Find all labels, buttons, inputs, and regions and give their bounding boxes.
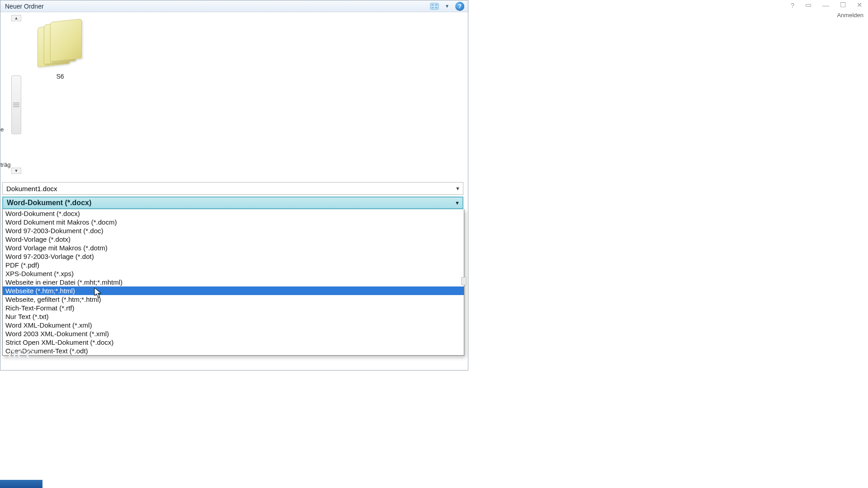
filetype-option[interactable]: XPS-Dokument (*.xps) xyxy=(3,269,464,278)
filetype-option[interactable]: Nur Text (*.txt) xyxy=(3,312,464,321)
folder-icon xyxy=(38,20,83,70)
filetype-option[interactable]: PDF (*.pdf) xyxy=(3,261,464,269)
filetype-option[interactable]: Word-Dokument (*.docx) xyxy=(3,209,464,218)
filetype-combobox[interactable]: Word-Dokument (*.docx) ▼ xyxy=(2,197,463,209)
change-view-button[interactable] xyxy=(429,2,440,11)
truncated-nav-text: e xyxy=(0,126,4,133)
scroll-up-button[interactable]: ▲ xyxy=(11,15,21,21)
filetype-selected: Word-Dokument (*.docx) xyxy=(7,199,91,207)
filename-combobox[interactable]: Dokument1.docx ▼ xyxy=(2,182,463,195)
dropdown-scrollbar[interactable] xyxy=(461,277,467,285)
taskbar-active-app[interactable] xyxy=(0,480,42,488)
chevron-down-icon: ▼ xyxy=(445,4,449,9)
folder-label: S6 xyxy=(28,73,92,80)
filetype-option[interactable]: Strict Open XML-Dokument (*.docx) xyxy=(3,338,464,347)
truncated-nav-text-2: träg xyxy=(0,161,10,168)
signin-link[interactable]: Anmelden xyxy=(837,12,863,19)
filetype-option[interactable]: Word-Vorlage (*.dotx) xyxy=(3,235,464,244)
svg-rect-4 xyxy=(435,7,438,9)
help-button[interactable]: ? xyxy=(454,2,465,11)
svg-rect-1 xyxy=(431,4,434,6)
folder-item[interactable]: S6 xyxy=(28,20,92,80)
filetype-option[interactable]: OpenDocument-Text (*.odt) xyxy=(3,347,464,355)
parent-close-icon[interactable]: ✕ xyxy=(857,1,865,9)
parent-minimize-icon[interactable]: — xyxy=(822,1,832,9)
filetype-option[interactable]: Word Vorlage mit Makros (*.dotm) xyxy=(3,244,464,252)
filetype-option[interactable]: Webseite (*.htm;*.html) xyxy=(3,286,464,295)
parent-ribbon-toggle-icon[interactable]: ▭ xyxy=(805,1,814,9)
filetype-option[interactable]: Rich-Text-Format (*.rtf) xyxy=(3,304,464,312)
filetype-option[interactable]: Word 97-2003-Vorlage (*.dot) xyxy=(3,252,464,261)
parent-maximize-icon[interactable]: ☐ xyxy=(840,1,849,9)
filetype-dropdown[interactable]: Word-Dokument (*.docx)Word Dokument mit … xyxy=(2,209,464,356)
titlebar: Neuer Ordner ▼ ? xyxy=(0,0,468,12)
filetype-option[interactable]: Webseite, gefiltert (*.htm;*.html) xyxy=(3,295,464,304)
chevron-down-icon: ▼ xyxy=(455,186,460,191)
change-view-dropdown[interactable]: ▼ xyxy=(442,2,453,11)
filename-value: Dokument1.docx xyxy=(6,185,57,192)
help-icon: ? xyxy=(455,2,464,11)
filetype-option[interactable]: Word Dokument mit Makros (*.docm) xyxy=(3,218,464,226)
filetype-option[interactable]: Word 2003 XML-Dokument (*.xml) xyxy=(3,329,464,338)
filetype-option[interactable]: Webseite in einer Datei (*.mht;*.mhtml) xyxy=(3,278,464,286)
save-as-dialog: Neuer Ordner ▼ ? ▲ ▼ e träg xyxy=(0,0,468,371)
views-icon xyxy=(430,3,439,10)
parent-window-controls: ? ▭ — ☐ ✕ xyxy=(791,1,865,9)
window-title: Neuer Ordner xyxy=(5,3,427,10)
scroll-down-button[interactable]: ▼ xyxy=(11,168,21,174)
svg-rect-3 xyxy=(431,7,434,9)
parent-help-icon[interactable]: ? xyxy=(791,1,797,9)
chevron-down-icon: ▼ xyxy=(455,200,460,206)
scrollbar-grip-icon xyxy=(13,103,19,109)
filetype-option[interactable]: Word XML-Dokument (*.xml) xyxy=(3,321,464,329)
filetype-option[interactable]: Word 97-2003-Dokument (*.doc) xyxy=(3,226,464,235)
file-list-pane[interactable]: ▲ ▼ e träg S6 xyxy=(0,12,468,179)
svg-rect-2 xyxy=(435,4,438,6)
